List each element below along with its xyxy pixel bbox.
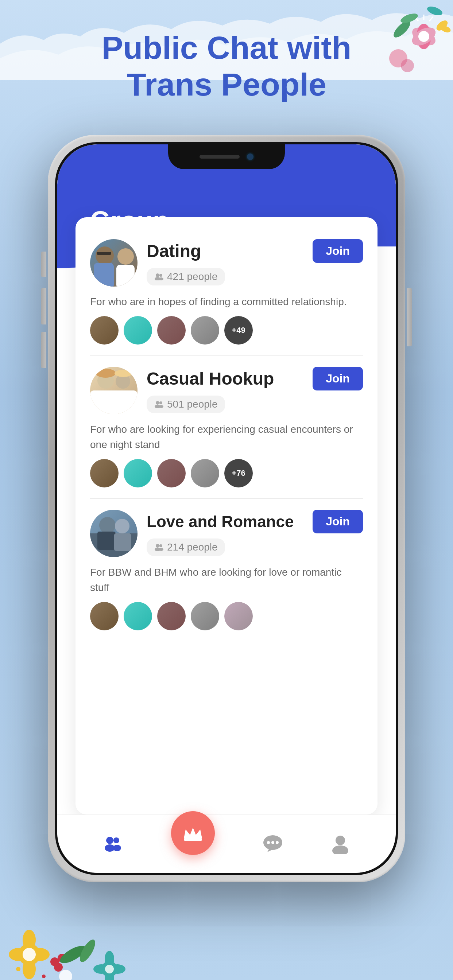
svg-point-16 xyxy=(22,930,36,950)
volume-up-button xyxy=(41,251,46,277)
people-badge-love: 214 people xyxy=(147,538,225,556)
member-avatar-2 xyxy=(124,316,152,345)
member-avatar-3 xyxy=(157,316,186,345)
power-button xyxy=(407,288,412,346)
join-button-love[interactable]: Join xyxy=(313,510,363,533)
join-button-dating[interactable]: Join xyxy=(313,239,363,263)
more-badge-casual: +76 xyxy=(224,459,253,487)
profile-icon xyxy=(330,834,351,854)
more-badge-dating: +49 xyxy=(224,316,253,345)
svg-point-27 xyxy=(105,951,114,967)
group-avatar-dating xyxy=(90,239,137,286)
svg-point-57 xyxy=(332,845,348,854)
content-card: Dating Join xyxy=(75,217,378,815)
notch-speaker xyxy=(199,155,239,159)
svg-point-33 xyxy=(16,967,21,971)
nav-item-groups[interactable] xyxy=(102,835,124,853)
member-avatar-1 xyxy=(90,316,118,345)
phone-outer-shell: Group xyxy=(48,135,405,882)
group-avatar-love xyxy=(90,510,137,557)
phone-screen: Group xyxy=(57,145,396,873)
svg-point-40 xyxy=(160,401,162,404)
chat-icon xyxy=(262,834,284,854)
svg-point-54 xyxy=(271,841,274,844)
main-title: Public Chat with Trans People xyxy=(0,29,453,103)
group-name-casual: Casual Hookup xyxy=(147,369,274,389)
svg-point-20 xyxy=(22,948,36,961)
group-item-dating[interactable]: Dating Join xyxy=(90,228,363,356)
member-avatars-casual: +76 xyxy=(90,459,363,487)
svg-rect-51 xyxy=(184,838,202,841)
member-avatar-l4 xyxy=(191,602,219,630)
group-desc-casual: For who are looking for experiencing cas… xyxy=(90,422,363,452)
svg-point-43 xyxy=(156,544,160,547)
svg-point-34 xyxy=(42,975,46,978)
member-avatar-l5 xyxy=(224,602,253,630)
svg-point-38 xyxy=(159,277,163,280)
member-avatars-dating: +49 xyxy=(90,316,363,345)
member-avatar-c4 xyxy=(191,459,219,487)
svg-point-35 xyxy=(156,274,160,277)
svg-point-36 xyxy=(160,274,162,277)
svg-point-32 xyxy=(59,970,72,980)
phone-inner-shell: Group xyxy=(55,142,398,875)
nav-item-chat[interactable] xyxy=(262,834,284,854)
svg-point-53 xyxy=(267,841,270,844)
nav-item-crown[interactable] xyxy=(171,811,215,855)
group-avatar-casual xyxy=(90,367,137,414)
nav-item-profile[interactable] xyxy=(330,834,351,854)
people-badge-casual: 501 people xyxy=(147,396,225,413)
svg-point-55 xyxy=(276,841,279,844)
group-name-dating: Dating xyxy=(147,241,201,261)
svg-point-48 xyxy=(113,837,119,843)
svg-point-17 xyxy=(22,959,36,979)
group-name-love: Love and Romance xyxy=(147,512,293,531)
people-icon-3 xyxy=(154,544,163,551)
svg-point-39 xyxy=(156,401,160,405)
crown-icon xyxy=(182,824,204,842)
title-section: Public Chat with Trans People xyxy=(0,29,453,103)
join-button-casual[interactable]: Join xyxy=(313,367,363,390)
front-camera xyxy=(247,153,254,160)
people-icon-2 xyxy=(154,401,163,408)
bottom-nav xyxy=(57,815,396,873)
svg-line-6 xyxy=(429,17,433,21)
member-avatar-c1 xyxy=(90,459,118,487)
member-avatar-l1 xyxy=(90,602,118,630)
people-badge-dating: 421 people xyxy=(147,268,225,285)
svg-point-50 xyxy=(113,845,121,851)
people-icon xyxy=(154,273,163,280)
svg-point-44 xyxy=(160,544,162,547)
group-desc-love: For BBW and BHM who are looking for love… xyxy=(90,565,363,595)
svg-point-23 xyxy=(54,963,63,972)
svg-point-46 xyxy=(159,548,163,551)
group-item-casual-hookup[interactable]: Casual Hookup Join xyxy=(90,356,363,499)
svg-point-56 xyxy=(335,835,345,845)
notch xyxy=(168,145,285,169)
phone-mockup: Group xyxy=(48,135,405,882)
member-avatar-c2 xyxy=(124,459,152,487)
groups-icon xyxy=(102,835,124,853)
member-avatar-l2 xyxy=(124,602,152,630)
svg-point-42 xyxy=(159,405,163,408)
silent-switch xyxy=(41,332,46,368)
svg-point-31 xyxy=(105,965,114,974)
volume-down-button xyxy=(41,288,46,325)
svg-point-47 xyxy=(106,837,113,844)
member-avatars-love xyxy=(90,602,363,630)
member-avatar-4 xyxy=(191,316,219,345)
group-desc-dating: For who are in hopes of finding a commit… xyxy=(90,294,363,310)
svg-point-10 xyxy=(426,5,443,17)
member-avatar-c3 xyxy=(157,459,186,487)
group-item-love-romance[interactable]: Love and Romance Join xyxy=(90,499,363,641)
member-avatar-l3 xyxy=(157,602,186,630)
